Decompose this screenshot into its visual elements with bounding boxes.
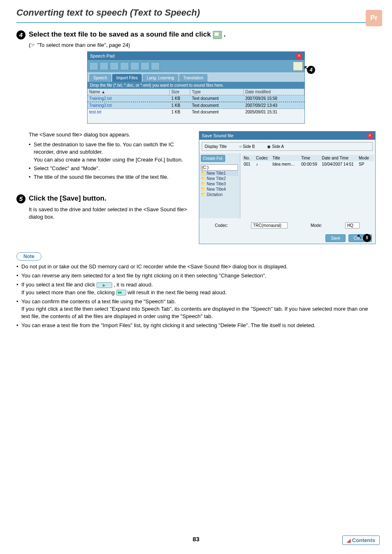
close-icon[interactable]: ×	[296, 53, 302, 59]
codec-select[interactable]: TRC(monaural)	[251, 222, 288, 229]
step-4-title-pre: Select the text file to be saved as a so…	[29, 30, 213, 38]
mode-select[interactable]: HQ	[345, 222, 360, 229]
save-sound-icon	[213, 31, 222, 39]
file-size: 1 KB	[170, 96, 190, 101]
savefile-title: Save Sound file	[202, 133, 233, 138]
note-item-3: If you select a text file and click , it…	[16, 281, 376, 296]
folder-item[interactable]: Dictation	[201, 192, 238, 197]
file-date: 2007/09/26 15:58	[244, 96, 304, 101]
note3-mid: , it is read aloud.	[113, 282, 152, 288]
col-type[interactable]: Type	[190, 89, 244, 95]
toolbar-btn-3[interactable]	[110, 62, 119, 70]
speechpad-toolbar	[88, 60, 304, 72]
step-4-subref: (☞ "To select more than one file", page …	[29, 42, 376, 48]
drop-hint: Drop the file (*.txt, *.doc, or *.eml) y…	[88, 82, 304, 89]
bullet-1: Set the destination to save the file to.…	[29, 141, 191, 164]
step-4-number: 4	[16, 30, 25, 39]
speechpad-window: Speech Pad × ↖ 4 Speech Import Files Lan…	[87, 51, 305, 124]
step-5-title: Click the [Save] button.	[29, 194, 106, 203]
note4b: If you right click a text file then sele…	[21, 306, 368, 319]
toolbar-save-sound-icon[interactable]	[293, 62, 303, 71]
bullet-2: Select "Codec" and "Mode".	[29, 165, 191, 172]
create-folder-button[interactable]: Create Fol.	[201, 155, 225, 162]
explain-bullets: Set the destination to save the file to.…	[29, 141, 191, 181]
tab-lang-learning[interactable]: Lang. Learning	[143, 74, 178, 82]
mode-label: Mode:	[311, 223, 322, 228]
speechpad-titlebar: Speech Pad ×	[88, 52, 304, 60]
folder-item[interactable]: New Title3	[201, 181, 238, 187]
cursor-icon: ↖	[357, 232, 363, 241]
savefile-window: Save Sound file × Display Title ○ Side B…	[199, 131, 376, 244]
sf-bottom-controls: Codec: TRC(monaural) Mode: HQ	[199, 218, 375, 233]
step-5: 5 Click the [Save] button.	[16, 194, 191, 203]
cell-codec: ♪	[254, 161, 271, 167]
drive-select[interactable]: (C:)	[201, 164, 238, 171]
codec-label: Codec:	[215, 223, 228, 228]
file-row[interactable]: Training3.txt 1 KB Text document 2007/09…	[88, 102, 304, 109]
cell-no: 001	[242, 161, 254, 167]
display-title-label: Display Title	[205, 144, 227, 149]
folder-item[interactable]: New Title2	[201, 176, 238, 181]
note3-pre: If you select a text file and click	[21, 282, 97, 288]
callout-5: 5	[363, 234, 371, 242]
callout-4: 4	[307, 66, 315, 74]
file-row[interactable]: test.txt 1 KB Text document 2005/09/01 1…	[88, 109, 304, 115]
file-row[interactable]: Training2.txt 1 KB Text document 2007/09…	[88, 95, 304, 102]
bullet-3: The title of the sound file becomes the …	[29, 173, 191, 181]
step-4-title-post: .	[224, 30, 226, 38]
col-codec: Codec	[254, 155, 271, 161]
side-a-label: Side A	[272, 144, 284, 149]
file-date: 2005/09/01 15:31	[244, 109, 304, 115]
file-size: 1 KB	[170, 103, 190, 108]
speechpad-title: Speech Pad	[90, 53, 115, 58]
contents-button[interactable]: Contents	[342, 536, 380, 545]
file-date: 2007/09/22 13:43	[244, 103, 304, 108]
step-4-title: Select the text file to be saved as a so…	[29, 30, 226, 39]
toolbar-btn-4[interactable]	[120, 62, 129, 70]
step-5-desc: It is saved to the drive and folder sele…	[29, 206, 191, 221]
col-name[interactable]: Name ▲	[88, 89, 170, 95]
toolbar-btn-2[interactable]	[99, 62, 108, 70]
col-no: No.	[242, 155, 254, 161]
note-list: Do not put in or take out the SD memory …	[16, 263, 376, 330]
note-item-4: You can confirm the contents of a text f…	[16, 298, 376, 321]
col-date[interactable]: Date modified	[244, 89, 304, 95]
speechpad-tabs: Speech Import Files Lang. Learning Trans…	[88, 72, 304, 82]
sf-list-header: No. Codec Title Time Date and Time Mode	[242, 155, 374, 161]
file-list-header: Name ▲ Size Type Date modified	[88, 89, 304, 95]
side-b-label: Side B	[243, 144, 255, 149]
col-mode: Mode	[357, 155, 369, 161]
tab-speech[interactable]: Speech	[89, 74, 111, 82]
note3b-post: will result in the next file being read …	[127, 289, 226, 295]
tab-translation[interactable]: Translation	[179, 74, 208, 82]
tab-import-files[interactable]: Import Files	[112, 74, 142, 82]
note-item-1: Do not put in or take out the SD memory …	[16, 263, 376, 270]
col-title: Title	[271, 155, 300, 161]
file-name: Training2.txt	[88, 96, 170, 101]
file-type: Text document	[190, 103, 244, 108]
side-b-radio[interactable]: ○ Side B	[239, 144, 255, 149]
page-number: 83	[0, 536, 392, 542]
folder-item[interactable]: New Title4	[201, 187, 238, 192]
note4a: You can confirm the contents of a text f…	[21, 298, 176, 305]
page-header: Converting text to speech (Text to Speec…	[0, 0, 392, 21]
toolbar-btn-6[interactable]	[141, 62, 150, 70]
cell-mode: SP	[357, 161, 369, 167]
file-name: Training3.txt	[88, 103, 170, 108]
cell-title: Idea mem…	[271, 161, 300, 167]
sf-list-row[interactable]: 001 ♪ Idea mem… 00:00:59 10/04/2007 14:5…	[242, 161, 374, 167]
note-item-5: You can erase a text file from the "Impo…	[16, 322, 376, 329]
header-rule	[16, 22, 376, 23]
toolbar-btn-1[interactable]	[89, 62, 98, 70]
close-icon[interactable]: ×	[367, 133, 373, 138]
folder-item[interactable]: New Title1	[201, 171, 238, 176]
toolbar-btn-5[interactable]	[130, 62, 139, 70]
side-a-radio[interactable]: ◉ Side A	[267, 144, 284, 149]
toolbar-btn-7[interactable]	[151, 62, 160, 70]
col-size[interactable]: Size	[170, 89, 190, 95]
file-name: test.txt	[88, 109, 170, 115]
save-button[interactable]: Save	[325, 234, 346, 242]
note3b-pre: If you select more than one file, clicki…	[21, 289, 116, 295]
pr-badge: Pr	[366, 10, 382, 26]
file-size: 1 KB	[170, 109, 190, 115]
